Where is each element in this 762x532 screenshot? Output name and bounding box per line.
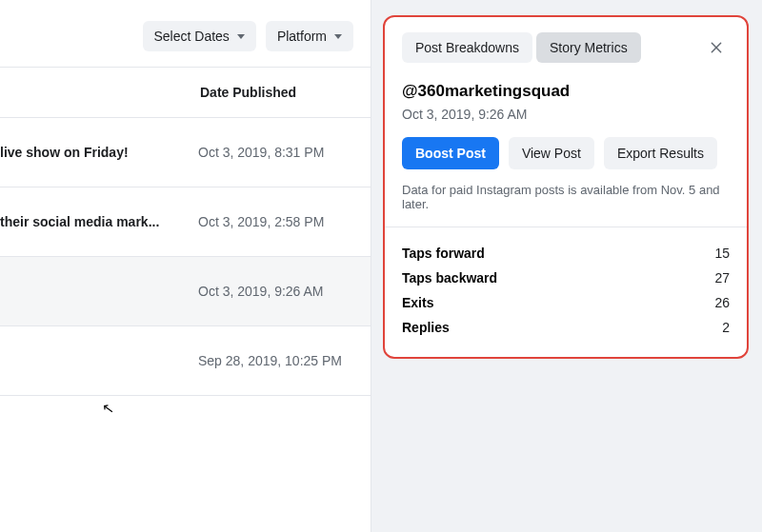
- tab-post-breakdowns[interactable]: Post Breakdowns: [402, 32, 532, 63]
- platform-label: Platform: [277, 29, 327, 44]
- divider: [385, 227, 747, 227]
- metric-label: Taps backward: [402, 270, 497, 286]
- metric-row: Taps backward 27: [402, 266, 730, 290]
- post-published-date: Oct 3, 2019, 9:26 AM: [402, 107, 730, 122]
- details-side-panel: Post Breakdowns Story Metrics @360market…: [371, 0, 762, 532]
- metric-value: 27: [714, 270, 730, 286]
- tab-story-metrics[interactable]: Story Metrics: [536, 32, 641, 63]
- metric-label: Exits: [402, 295, 433, 310]
- posts-list-panel: Select Dates Platform Date Published liv…: [0, 0, 371, 532]
- view-post-button[interactable]: View Post: [509, 137, 594, 169]
- story-metrics-panel: Post Breakdowns Story Metrics @360market…: [383, 15, 749, 359]
- account-handle: @360marketingsquad: [402, 82, 730, 101]
- metric-value: 26: [714, 295, 730, 310]
- post-date: Oct 3, 2019, 2:58 PM: [198, 214, 324, 229]
- table-row[interactable]: Oct 3, 2019, 9:26 AM: [0, 257, 371, 326]
- filter-bar: Select Dates Platform: [0, 0, 371, 68]
- table-row[interactable]: their social media mark... Oct 3, 2019, …: [0, 187, 371, 257]
- post-date: Oct 3, 2019, 8:31 PM: [198, 145, 324, 160]
- metric-row: Replies 2: [402, 315, 730, 340]
- metric-row: Exits 26: [402, 290, 730, 315]
- select-dates-button[interactable]: Select Dates: [143, 21, 256, 51]
- metric-value: 2: [722, 320, 730, 335]
- tabs: Post Breakdowns Story Metrics: [402, 32, 730, 63]
- export-results-button[interactable]: Export Results: [604, 137, 717, 169]
- chevron-down-icon: [237, 34, 245, 39]
- chevron-down-icon: [334, 34, 342, 39]
- column-header-row: Date Published: [0, 68, 371, 118]
- boost-post-button[interactable]: Boost Post: [402, 137, 499, 169]
- data-availability-note: Data for paid Instagram posts is availab…: [402, 183, 730, 211]
- post-title: their social media mark...: [0, 214, 198, 229]
- metric-label: Taps forward: [402, 246, 485, 261]
- action-buttons: Boost Post View Post Export Results: [402, 137, 730, 169]
- metrics-list: Taps forward 15 Taps backward 27 Exits 2…: [402, 241, 730, 340]
- close-icon[interactable]: [703, 34, 730, 61]
- metric-row: Taps forward 15: [402, 241, 730, 266]
- table-row[interactable]: Sep 28, 2019, 10:25 PM: [0, 326, 371, 396]
- post-title: live show on Friday!: [0, 145, 198, 160]
- post-date: Sep 28, 2019, 10:25 PM: [198, 353, 342, 368]
- select-dates-label: Select Dates: [154, 29, 230, 44]
- metric-value: 15: [714, 246, 730, 261]
- table-row[interactable]: live show on Friday! Oct 3, 2019, 8:31 P…: [0, 118, 371, 187]
- metric-label: Replies: [402, 320, 450, 335]
- date-published-header: Date Published: [200, 85, 296, 100]
- platform-button[interactable]: Platform: [266, 21, 353, 51]
- post-date: Oct 3, 2019, 9:26 AM: [198, 284, 324, 299]
